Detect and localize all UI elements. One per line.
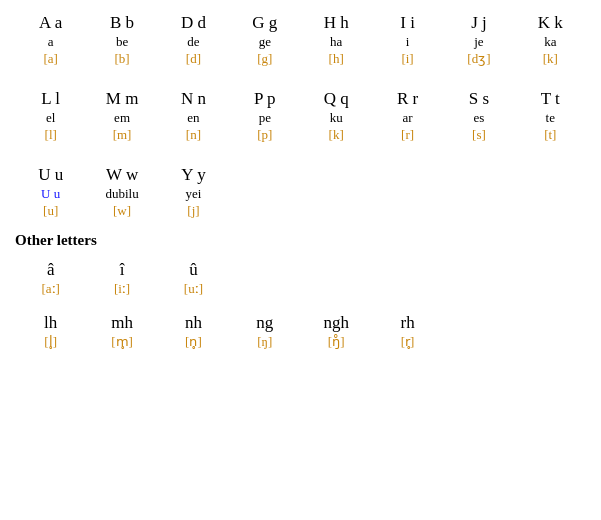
- letter-cell: [515, 162, 586, 222]
- letter-main: M m: [106, 88, 139, 110]
- letter-main: ng: [256, 312, 273, 334]
- letter-cell: û[uː]: [158, 257, 229, 300]
- other-section: Other letters â[aː]î[iː]û[uː] lh[l̥]mh[m…: [15, 232, 586, 353]
- letter-cell: nh[n̥]: [158, 310, 229, 353]
- letter-cell: N nen[n]: [158, 86, 229, 146]
- letter-cell: W wdubilu[w]: [86, 162, 157, 222]
- letter-cell: [229, 162, 300, 222]
- letter-cell: î[iː]: [86, 257, 157, 300]
- letter-cell: [515, 310, 586, 353]
- letter-cell: K kka[k]: [515, 10, 586, 70]
- letter-main: Q q: [324, 88, 349, 110]
- main-alphabet-grid: A aa[a]B bbe[b]D dde[d]G gge[g]H hha[h]I…: [15, 10, 586, 222]
- letter-name: je: [474, 34, 483, 51]
- letter-ipa: [p]: [257, 127, 272, 144]
- letter-cell: D dde[d]: [158, 10, 229, 70]
- letter-main: A a: [39, 12, 62, 34]
- letter-cell: [229, 257, 300, 300]
- letter-name: de: [187, 34, 199, 51]
- letter-ipa: [aː]: [41, 281, 59, 298]
- letter-ipa: [u]: [43, 203, 58, 220]
- letter-ipa: [t]: [544, 127, 556, 144]
- letter-name: be: [116, 34, 128, 51]
- letter-name: el: [46, 110, 55, 127]
- letter-cell: P ppe[p]: [229, 86, 300, 146]
- letter-ipa: [l̥]: [44, 334, 57, 351]
- letter-name: es: [474, 110, 485, 127]
- letter-main: B b: [110, 12, 134, 34]
- letter-name: a: [48, 34, 54, 51]
- letter-cell: M mem[m]: [86, 86, 157, 146]
- letter-cell: ngh[ŋ̊]: [301, 310, 372, 353]
- letter-main: S s: [469, 88, 489, 110]
- letter-ipa: [uː]: [184, 281, 203, 298]
- letter-main: K k: [538, 12, 563, 34]
- letter-name: ar: [403, 110, 413, 127]
- letter-main: L l: [41, 88, 60, 110]
- letter-cell: [301, 162, 372, 222]
- letter-main: G g: [252, 12, 277, 34]
- letter-cell: B bbe[b]: [86, 10, 157, 70]
- letter-name: U u: [41, 186, 60, 203]
- letter-ipa: [g]: [257, 51, 272, 68]
- letter-cell: U uU u[u]: [15, 162, 86, 222]
- letter-cell: H hha[h]: [301, 10, 372, 70]
- letter-name: pe: [259, 110, 271, 127]
- letter-main: N n: [181, 88, 206, 110]
- letter-main: U u: [38, 164, 63, 186]
- letter-main: Y y: [181, 164, 205, 186]
- letter-main: W w: [106, 164, 138, 186]
- letter-cell: R rar[r]: [372, 86, 443, 146]
- letter-cell: â[aː]: [15, 257, 86, 300]
- letter-name: i: [406, 34, 410, 51]
- letter-cell: [443, 257, 514, 300]
- letter-main: J j: [471, 12, 487, 34]
- letter-main: lh: [44, 312, 57, 334]
- letter-main: ngh: [323, 312, 349, 334]
- letter-main: û: [189, 259, 198, 281]
- main-section: A aa[a]B bbe[b]D dde[d]G gge[g]H hha[h]I…: [15, 10, 586, 222]
- letter-main: P p: [254, 88, 276, 110]
- letter-name: en: [187, 110, 199, 127]
- letter-ipa: [k]: [543, 51, 558, 68]
- letter-cell: [443, 162, 514, 222]
- letter-cell: [372, 162, 443, 222]
- letter-name: em: [114, 110, 130, 127]
- letter-ipa: [ŋ]: [257, 334, 272, 351]
- letter-cell: S ses[s]: [443, 86, 514, 146]
- letter-name: te: [546, 110, 555, 127]
- letter-main: î: [120, 259, 125, 281]
- letter-cell: ng[ŋ]: [229, 310, 300, 353]
- letter-ipa: [m̥]: [111, 334, 133, 351]
- letter-ipa: [n]: [186, 127, 201, 144]
- letter-cell: [301, 257, 372, 300]
- letter-name: ha: [330, 34, 342, 51]
- letter-main: T t: [541, 88, 560, 110]
- letter-cell: I ii[i]: [372, 10, 443, 70]
- letter-ipa: [d]: [186, 51, 201, 68]
- letter-ipa: [j]: [187, 203, 199, 220]
- letter-ipa: [b]: [114, 51, 129, 68]
- other-digraph-grid: lh[l̥]mh[m̥]nh[n̥]ng[ŋ]ngh[ŋ̊]rh[r̥]: [15, 310, 586, 353]
- letter-cell: J jje[dʒ]: [443, 10, 514, 70]
- letter-ipa: [r]: [401, 127, 414, 144]
- letter-ipa: [n̥]: [185, 334, 202, 351]
- letter-ipa: [r̥]: [401, 334, 415, 351]
- letter-ipa: [k]: [329, 127, 344, 144]
- letter-main: rh: [400, 312, 414, 334]
- letter-ipa: [i]: [401, 51, 413, 68]
- letter-ipa: [iː]: [114, 281, 130, 298]
- letter-ipa: [ŋ̊]: [328, 334, 345, 351]
- letter-main: I i: [400, 12, 415, 34]
- letter-cell: Q qku[k]: [301, 86, 372, 146]
- letter-ipa: [l]: [45, 127, 57, 144]
- letter-ipa: [h]: [329, 51, 344, 68]
- letter-cell: mh[m̥]: [86, 310, 157, 353]
- letter-cell: A aa[a]: [15, 10, 86, 70]
- letter-ipa: [m]: [113, 127, 132, 144]
- letter-cell: Y yyei[j]: [158, 162, 229, 222]
- letter-cell: [443, 310, 514, 353]
- letter-ipa: [a]: [43, 51, 57, 68]
- letter-main: R r: [397, 88, 418, 110]
- letter-cell: G gge[g]: [229, 10, 300, 70]
